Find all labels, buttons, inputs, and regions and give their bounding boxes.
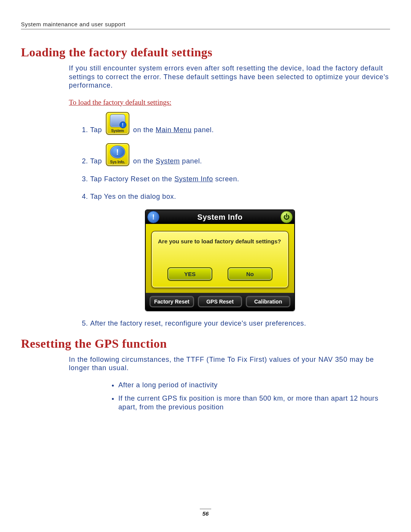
step3-pre: Tap Factory Reset on the [90,175,172,183]
step2-pre: Tap [90,157,102,166]
manual-page: System maintenance and user support Load… [0,0,411,532]
steps-list: Tap ! System on the Main Menu panel. Tap… [21,112,390,201]
step1-post: panel. [194,126,214,134]
main-menu-link[interactable]: Main Menu [156,126,191,134]
gps-reset-button[interactable]: GPS Reset [198,296,242,307]
step-1: Tap ! System on the Main Menu panel. [90,112,390,135]
step-3: Tap Factory Reset on the System Info scr… [90,174,390,184]
dialog-buttons: YES No [158,267,282,281]
device-title-bar: ! System Info ⏻ [146,210,294,224]
section2-intro: In the following circumstances, the TTFF… [21,355,390,372]
step-5: After the factory reset, reconfigure you… [90,319,390,328]
factory-reset-button[interactable]: Factory Reset [150,296,194,307]
steps-list-cont: After the factory reset, reconfigure you… [21,319,390,328]
step-2: Tap ! Sys Info. on the System panel. [90,143,390,166]
info-icon[interactable]: ! [147,211,159,223]
power-icon[interactable]: ⏻ [280,211,293,223]
no-button[interactable]: No [228,267,272,281]
dialog-question: Are you sure to load factory default set… [158,238,282,245]
system-icon: ! System [106,112,129,135]
running-header: System maintenance and user support [21,21,390,29]
device-body: Are you sure to load factory default set… [146,224,294,293]
gears-icon: ! [110,114,125,127]
gps-bullets: After a long period of inactivity If the… [21,381,390,412]
yes-button[interactable]: YES [167,267,212,281]
calibration-button[interactable]: Calibration [246,296,290,307]
list-item: If the current GPS fix position is more … [118,394,390,412]
sys-info-icon-label: Sys Info. [107,160,129,165]
page-number: 56 [0,509,411,517]
system-info-link[interactable]: System Info [174,175,213,183]
device-footer: Factory Reset GPS Reset Calibration [146,293,294,310]
list-item: After a long period of inactivity [118,381,390,390]
step1-mid: on the [133,126,154,134]
system-icon-label: System [107,128,129,134]
system-link[interactable]: System [156,157,180,165]
section1-intro: If you still encounter system errors eve… [21,64,390,90]
device-title: System Info [161,213,279,222]
system-info-screenshot: ! System Info ⏻ Are you sure to load fac… [145,209,295,311]
confirm-dialog: Are you sure to load factory default set… [151,231,289,288]
info-circle-icon: ! [110,145,125,158]
step2-post: panel. [182,157,202,165]
section-heading-gps: Resetting the GPS function [21,337,390,351]
section1-subhead: To load the factory default settings: [69,98,390,107]
step-4: Tap Yes on the dialog box. [90,192,390,201]
header-label: System maintenance and user support [21,21,125,27]
section-heading-loading: Loading the factory default settings [21,45,390,59]
step2-mid: on the [133,157,154,165]
sys-info-icon: ! Sys Info. [106,143,129,166]
step1-pre: Tap [90,125,102,134]
step3-post: screen. [215,175,239,183]
